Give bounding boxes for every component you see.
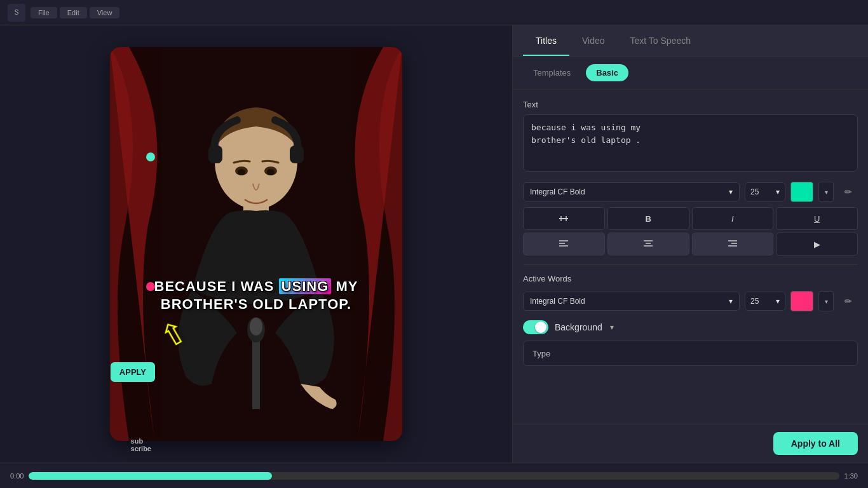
background-toggle-row: Background ▾ xyxy=(523,320,858,334)
active-words-size-select[interactable]: 25 ▾ xyxy=(745,292,785,311)
sub-tab-templates[interactable]: Templates xyxy=(523,64,581,81)
align-center-btn[interactable] xyxy=(607,233,689,255)
text-section-label: Text xyxy=(523,100,858,109)
divider-1 xyxy=(523,264,858,265)
svg-rect-3 xyxy=(208,146,222,163)
right-indicators xyxy=(146,152,155,291)
panel-content: Text because i was using my brother's ol… xyxy=(513,90,868,424)
color-dropdown-btn[interactable]: ▾ xyxy=(818,182,834,202)
right-panel: Titles Video Text To Speech Templates Ba… xyxy=(512,25,868,463)
strikethrough-btn[interactable] xyxy=(523,207,605,230)
play-btn[interactable]: ▶ xyxy=(776,233,858,255)
align-left-btn[interactable] xyxy=(523,233,605,255)
strikethrough-icon xyxy=(558,213,569,224)
text-input[interactable]: because i was using my brother's old lap… xyxy=(523,114,858,172)
align-center-icon xyxy=(643,240,653,248)
view-menu[interactable]: View xyxy=(90,7,120,18)
file-menu[interactable]: File xyxy=(31,7,57,18)
right-apply-btn[interactable]: APPLY xyxy=(111,362,155,382)
align-left-icon xyxy=(559,240,569,248)
toggle-knob xyxy=(535,322,546,333)
timeline-duration: 1:30 xyxy=(844,472,858,480)
font-row: Integral CF Bold ▾ 25 ▾ ▾ ✏ xyxy=(523,182,858,202)
size-select[interactable]: 25 ▾ xyxy=(745,182,785,201)
timeline-time: 0:00 xyxy=(10,472,24,480)
type-label: Type xyxy=(532,349,550,358)
type-box: Type xyxy=(523,341,858,366)
format-row: B I U xyxy=(523,207,858,230)
active-words-font-row: Integral CF Bold ▾ 25 ▾ ▾ ✏ xyxy=(523,291,858,311)
background-toggle[interactable] xyxy=(523,320,548,334)
caption-overlay: BECAUSE I WAS USING MYBROTHER'S OLD LAPT… xyxy=(148,278,364,314)
underline-btn[interactable]: U xyxy=(776,207,858,230)
align-right-icon xyxy=(728,240,738,248)
caption-highlight: USING xyxy=(279,278,332,294)
font-select[interactable]: Integral CF Bold ▾ xyxy=(523,182,740,201)
caption-text: BECAUSE I WAS USING MYBROTHER'S OLD LAPT… xyxy=(148,278,364,314)
active-words-label: Active Words xyxy=(523,274,858,283)
svg-rect-4 xyxy=(290,146,304,163)
svg-rect-10 xyxy=(252,333,260,409)
svg-point-8 xyxy=(238,169,245,175)
top-bar: S File Edit View xyxy=(0,0,868,25)
indicator-pink xyxy=(146,282,155,291)
sub-tabs: Templates Basic xyxy=(513,57,868,90)
active-words-font-select[interactable]: Integral CF Bold ▾ xyxy=(523,292,740,311)
active-words-color-swatch[interactable] xyxy=(790,291,813,311)
timeline-progress xyxy=(29,472,272,480)
panel-footer: Apply to All xyxy=(513,424,868,463)
tab-titles[interactable]: Titles xyxy=(523,25,569,56)
app-logo: S xyxy=(8,4,25,22)
background-dropdown-arrow[interactable]: ▾ xyxy=(610,323,614,332)
eyedropper-btn[interactable]: ✏ xyxy=(839,182,858,202)
indicator-teal xyxy=(146,152,155,161)
caption-before: BECAUSE I WAS xyxy=(154,278,279,294)
italic-btn[interactable]: I xyxy=(692,207,774,230)
sub-tab-basic[interactable]: Basic xyxy=(586,64,628,81)
align-row: ▶ xyxy=(523,233,858,255)
active-words-color-dropdown[interactable]: ▾ xyxy=(818,291,834,311)
svg-point-12 xyxy=(250,318,262,336)
timeline-bar: 0:00 1:30 xyxy=(0,463,868,488)
preview-area: BECAUSE I WAS USING MYBROTHER'S OLD LAPT… xyxy=(0,25,512,463)
edit-menu[interactable]: Edit xyxy=(60,7,87,18)
bold-btn[interactable]: B xyxy=(607,207,689,230)
background-label: Background xyxy=(555,322,602,332)
main-layout: BECAUSE I WAS USING MYBROTHER'S OLD LAPT… xyxy=(0,25,868,463)
tab-video[interactable]: Video xyxy=(569,25,618,56)
top-bar-tabs: File Edit View xyxy=(31,7,119,18)
tab-tts[interactable]: Text To Speech xyxy=(618,25,703,56)
panel-tabs: Titles Video Text To Speech xyxy=(513,25,868,57)
svg-point-9 xyxy=(267,169,275,175)
timeline-track[interactable] xyxy=(29,472,839,480)
active-words-eyedropper[interactable]: ✏ xyxy=(839,291,858,311)
align-right-btn[interactable] xyxy=(692,233,774,255)
text-color-swatch[interactable] xyxy=(790,182,813,202)
subscibe-watermark: sub scribe xyxy=(131,437,151,452)
apply-to-all-button[interactable]: Apply to All xyxy=(773,432,858,455)
